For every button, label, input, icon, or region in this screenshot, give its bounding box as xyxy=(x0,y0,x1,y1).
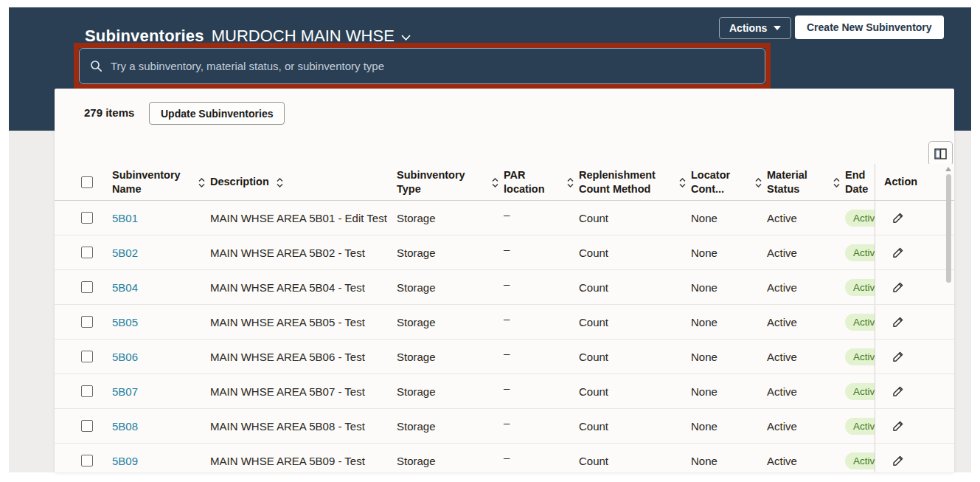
manage-columns-button[interactable] xyxy=(928,141,953,166)
search-input[interactable] xyxy=(111,60,754,72)
scroll-up-arrow-icon[interactable] xyxy=(945,167,951,171)
items-count: 279 items xyxy=(84,106,134,119)
end-date-cell: Active xyxy=(845,374,875,408)
description-cell: MAIN WHSE AREA 5B07 - Test xyxy=(210,374,397,408)
material-status-cell: Active xyxy=(767,340,845,373)
subinventory-type-cell: Storage xyxy=(397,270,504,304)
select-all-cell xyxy=(69,164,112,200)
subinventory-name-cell: 5B08 xyxy=(112,409,210,443)
column-header-label: Subinventory Type xyxy=(397,168,484,195)
action-cell xyxy=(875,235,954,269)
end-date-cell: Active xyxy=(845,305,875,339)
edit-button[interactable] xyxy=(892,247,904,259)
replenishment-count-method-cell: Count xyxy=(579,305,691,339)
sort-icon[interactable] xyxy=(491,178,499,187)
column-header-label: Description xyxy=(210,175,269,188)
row-checkbox[interactable] xyxy=(81,385,93,397)
column-header-subinventory-name[interactable]: Subinventory Name xyxy=(112,164,210,200)
subinventory-type-cell: Storage xyxy=(397,444,504,472)
actions-menu-button[interactable]: Actions xyxy=(719,17,791,39)
column-header-material-status[interactable]: Material Status xyxy=(767,164,845,200)
par-location-cell: – xyxy=(504,374,579,408)
row-checkbox[interactable] xyxy=(81,351,93,362)
column-header-description[interactable]: Description xyxy=(210,164,397,200)
end-date-cell: Active xyxy=(845,201,875,235)
edit-button[interactable] xyxy=(892,455,904,467)
subinventory-link[interactable]: 5B09 xyxy=(112,455,138,467)
description-cell: MAIN WHSE AREA 5B05 - Test xyxy=(210,305,397,339)
action-cell xyxy=(875,305,954,339)
subinventory-link[interactable]: 5B08 xyxy=(112,420,138,433)
action-cell xyxy=(875,201,954,235)
sort-icon[interactable] xyxy=(276,178,284,187)
subinventory-link[interactable]: 5B01 xyxy=(112,212,138,224)
column-header-locator-control[interactable]: Locator Cont... xyxy=(691,164,767,200)
edit-button[interactable] xyxy=(892,212,904,224)
row-checkbox[interactable] xyxy=(81,212,93,224)
par-location-cell: – xyxy=(504,201,579,235)
locator-control-cell: None xyxy=(691,409,767,443)
edit-button[interactable] xyxy=(892,385,904,398)
par-location-cell: – xyxy=(504,409,579,443)
edit-button[interactable] xyxy=(892,316,904,328)
select-all-checkbox[interactable] xyxy=(81,176,93,188)
subinventory-type-cell: Storage xyxy=(397,409,504,443)
column-header-subinventory-type[interactable]: Subinventory Type xyxy=(397,164,504,200)
search-bar[interactable] xyxy=(79,48,765,84)
caret-down-icon xyxy=(774,26,781,30)
row-select-cell xyxy=(69,270,112,304)
column-header-end-date[interactable]: End Date xyxy=(845,164,875,200)
row-checkbox[interactable] xyxy=(81,455,93,466)
columns-icon xyxy=(934,148,947,159)
subinventory-name-cell: 5B09 xyxy=(112,444,210,472)
update-subinventories-button[interactable]: Update Subinventories xyxy=(149,102,285,125)
column-header-label: Subinventory Name xyxy=(112,168,191,195)
subinventory-name-cell: 5B05 xyxy=(112,305,210,339)
action-cell xyxy=(875,444,954,472)
table-row: 5B02 MAIN WHSE AREA 5B02 - Test Storage … xyxy=(55,235,954,270)
subinventory-link[interactable]: 5B06 xyxy=(112,351,138,363)
sort-icon[interactable] xyxy=(566,178,574,187)
subinventory-link[interactable]: 5B07 xyxy=(112,385,138,398)
row-select-cell xyxy=(69,374,112,408)
sort-icon[interactable] xyxy=(198,178,206,187)
edit-button[interactable] xyxy=(892,420,904,433)
sort-icon[interactable] xyxy=(833,178,841,187)
column-header-par-location[interactable]: PAR location xyxy=(504,164,579,200)
sort-icon[interactable] xyxy=(678,178,687,187)
edit-button[interactable] xyxy=(892,351,904,363)
vertical-scrollbar[interactable] xyxy=(944,167,953,472)
create-new-subinventory-button[interactable]: Create New Subinventory xyxy=(795,16,944,39)
scrollbar-thumb[interactable] xyxy=(946,174,951,283)
column-header-label: Material Status xyxy=(767,168,826,195)
replenishment-count-method-cell: Count xyxy=(579,409,691,443)
par-location-cell: – xyxy=(504,444,579,472)
status-badge: Active xyxy=(845,452,875,469)
row-checkbox[interactable] xyxy=(81,316,93,328)
par-location-cell: – xyxy=(504,270,579,304)
row-checkbox[interactable] xyxy=(81,281,93,293)
column-header-label: Locator Cont... xyxy=(691,168,748,195)
description-cell: MAIN WHSE AREA 5B01 - Edit Test xyxy=(210,201,397,235)
par-location-value: – xyxy=(504,312,510,325)
subinventory-link[interactable]: 5B05 xyxy=(112,316,138,328)
column-header-label: End Date xyxy=(845,168,870,195)
material-status-cell: Active xyxy=(767,305,845,339)
row-checkbox[interactable] xyxy=(81,420,93,432)
action-cell xyxy=(875,409,954,443)
subinventory-link[interactable]: 5B02 xyxy=(112,247,138,259)
replenishment-count-method-cell: Count xyxy=(579,444,691,472)
action-cell xyxy=(875,270,954,304)
row-checkbox[interactable] xyxy=(81,247,93,258)
column-header-label: Action xyxy=(884,175,917,188)
end-date-cell: Active xyxy=(845,235,875,269)
subinventory-link[interactable]: 5B04 xyxy=(112,281,138,294)
sort-icon[interactable] xyxy=(754,178,762,187)
column-header-replenishment-count-method[interactable]: Replenishment Count Method xyxy=(579,164,691,200)
pencil-icon xyxy=(892,420,904,433)
row-select-cell xyxy=(69,409,112,443)
table-row: 5B08 MAIN WHSE AREA 5B08 - Test Storage … xyxy=(55,409,954,444)
par-location-value: – xyxy=(504,382,510,394)
locator-control-cell: None xyxy=(691,305,767,339)
edit-button[interactable] xyxy=(892,281,904,294)
